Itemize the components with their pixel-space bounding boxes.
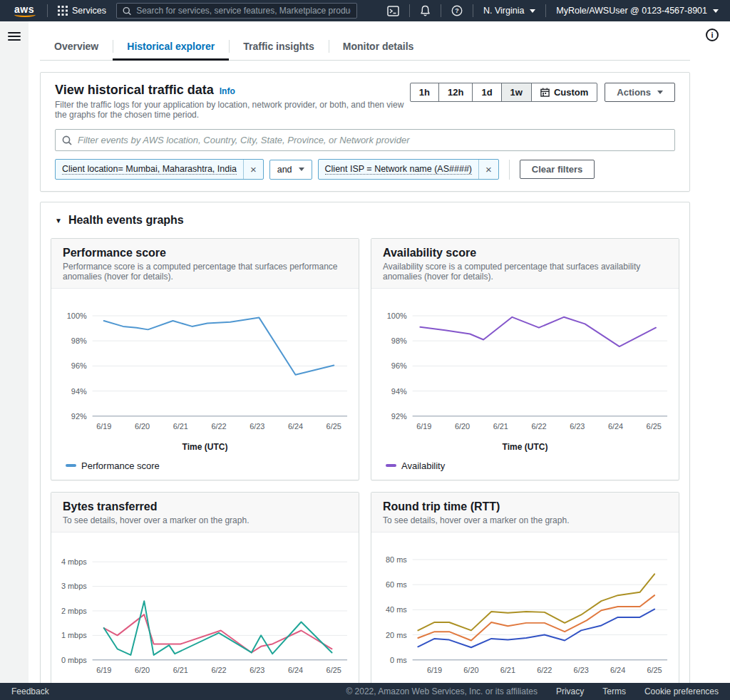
legend-item: Performance score bbox=[66, 460, 160, 471]
token-label[interactable]: Client location= Mumbai, Maharashtra, In… bbox=[56, 160, 243, 179]
range-1h-button[interactable]: 1h bbox=[410, 83, 439, 102]
svg-text:96%: 96% bbox=[71, 361, 87, 370]
svg-text:6/24: 6/24 bbox=[288, 665, 303, 674]
events-filter-input[interactable] bbox=[78, 135, 668, 145]
region-label: N. Virginia bbox=[483, 6, 524, 16]
console-footer: Feedback © 2022, Amazon Web Services, In… bbox=[0, 683, 730, 700]
calendar-icon bbox=[540, 88, 550, 97]
historical-traffic-panel: View historical traffic data Info Filter… bbox=[40, 72, 690, 192]
aws-home-link[interactable]: aws bbox=[9, 4, 40, 18]
tab-traffic-insights[interactable]: Traffic insights bbox=[229, 33, 329, 60]
main-content: i Overview Historical explorer Traffic i… bbox=[29, 21, 730, 683]
svg-text:60 ms: 60 ms bbox=[386, 580, 407, 589]
global-search[interactable] bbox=[116, 3, 357, 19]
range-12h-button[interactable]: 12h bbox=[438, 83, 473, 102]
region-selector[interactable]: N. Virginia bbox=[480, 6, 538, 16]
range-1w-button[interactable]: 1w bbox=[501, 83, 532, 102]
svg-text:6/19: 6/19 bbox=[96, 665, 111, 674]
close-icon[interactable]: × bbox=[479, 160, 498, 179]
svg-text:6/24: 6/24 bbox=[608, 422, 623, 431]
svg-text:6/23: 6/23 bbox=[250, 422, 264, 431]
svg-text:2 mbps: 2 mbps bbox=[61, 606, 87, 614]
svg-text:94%: 94% bbox=[71, 387, 87, 396]
search-icon bbox=[62, 135, 72, 145]
chevron-down-icon bbox=[657, 91, 663, 94]
close-icon[interactable]: × bbox=[244, 160, 263, 179]
account-label: MyRole/AWSUser @ 0123-4567-8901 bbox=[556, 6, 707, 16]
services-menu-button[interactable]: Services bbox=[55, 6, 109, 16]
svg-text:100%: 100% bbox=[387, 312, 407, 320]
chevron-down-icon bbox=[530, 9, 535, 13]
token-label[interactable]: Client ISP = Network name (AS####) bbox=[319, 160, 478, 179]
nav-divider bbox=[545, 4, 546, 17]
chart-title: Bytes transferred bbox=[63, 500, 347, 513]
svg-text:6/24: 6/24 bbox=[610, 665, 625, 674]
svg-text:?: ? bbox=[455, 7, 458, 14]
cloudshell-icon bbox=[387, 6, 399, 16]
cloudshell-button[interactable] bbox=[384, 6, 402, 16]
help-button[interactable]: ? bbox=[448, 5, 466, 16]
health-events-expander[interactable]: ▼ Health events graphs bbox=[51, 211, 679, 230]
aws-top-navigation: aws Services ? bbox=[0, 0, 730, 21]
events-filter[interactable] bbox=[55, 129, 675, 151]
info-panel-icon[interactable]: i bbox=[706, 29, 719, 41]
clear-filters-button[interactable]: Clear filters bbox=[520, 160, 595, 179]
legend-item: Availability bbox=[386, 460, 445, 471]
cookie-preferences-link[interactable]: Cookie preferences bbox=[644, 686, 719, 696]
feedback-link[interactable]: Feedback bbox=[11, 686, 49, 696]
svg-text:6/20: 6/20 bbox=[463, 665, 478, 674]
services-label: Services bbox=[72, 6, 106, 16]
svg-text:6/22: 6/22 bbox=[211, 422, 226, 431]
token-operator-select[interactable]: and bbox=[269, 160, 312, 180]
privacy-link[interactable]: Privacy bbox=[556, 686, 584, 696]
svg-text:6/22: 6/22 bbox=[537, 665, 552, 674]
svg-text:94%: 94% bbox=[391, 387, 407, 396]
terms-link[interactable]: Terms bbox=[602, 686, 626, 696]
health-events-title: Health events graphs bbox=[68, 214, 184, 227]
panel-title: View historical traffic data bbox=[55, 83, 214, 98]
chart-legend: Availability bbox=[377, 460, 673, 471]
svg-text:6/21: 6/21 bbox=[500, 665, 515, 674]
svg-text:6/22: 6/22 bbox=[211, 665, 226, 674]
svg-text:98%: 98% bbox=[391, 336, 407, 345]
svg-text:100%: 100% bbox=[67, 312, 87, 320]
svg-text:6/21: 6/21 bbox=[173, 665, 188, 674]
health-events-panel: ▼ Health events graphs Performance score… bbox=[40, 202, 690, 683]
services-grid-icon bbox=[58, 6, 68, 16]
page-tabs: Overview Historical explorer Traffic ins… bbox=[40, 33, 690, 61]
copyright-text: © 2022, Amazon Web Services, Inc. or its… bbox=[346, 686, 538, 696]
svg-text:6/25: 6/25 bbox=[327, 665, 341, 674]
actions-dropdown-button[interactable]: Actions bbox=[605, 83, 675, 102]
open-menu-button[interactable] bbox=[8, 30, 21, 43]
nav-divider bbox=[47, 4, 48, 17]
tab-overview[interactable]: Overview bbox=[40, 33, 113, 60]
svg-text:40 ms: 40 ms bbox=[386, 605, 407, 614]
svg-text:4 mbps: 4 mbps bbox=[61, 557, 87, 566]
chart-grid: Performance score Performance score is a… bbox=[51, 238, 679, 683]
chart-description: Performance score is a computed percenta… bbox=[63, 262, 347, 282]
range-1d-button[interactable]: 1d bbox=[472, 83, 501, 102]
divider bbox=[509, 160, 510, 180]
tab-monitor-details[interactable]: Monitor details bbox=[329, 33, 428, 60]
filter-token-row: Client location= Mumbai, Maharashtra, In… bbox=[55, 159, 675, 180]
performance-score-chart: 92%94%96%98%100%6/196/206/216/226/236/24… bbox=[57, 297, 353, 439]
chart-description: To see details, hover over a marker on t… bbox=[383, 515, 667, 525]
availability-score-chart: 92%94%96%98%100%6/196/206/216/226/236/24… bbox=[377, 297, 673, 439]
svg-text:98%: 98% bbox=[71, 336, 87, 345]
svg-text:0 mbps: 0 mbps bbox=[61, 655, 87, 664]
account-menu[interactable]: MyRole/AWSUser @ 0123-4567-8901 bbox=[553, 6, 721, 16]
chart-legend: Performance score bbox=[57, 460, 353, 471]
notifications-button[interactable] bbox=[417, 5, 433, 16]
filter-token-isp: Client ISP = Network name (AS####) × bbox=[318, 159, 499, 180]
filter-token-location: Client location= Mumbai, Maharashtra, In… bbox=[55, 159, 264, 180]
global-search-input[interactable] bbox=[136, 6, 351, 16]
info-link[interactable]: Info bbox=[220, 86, 235, 96]
svg-text:92%: 92% bbox=[391, 412, 407, 421]
custom-range-button[interactable]: Custom bbox=[531, 83, 597, 102]
svg-text:92%: 92% bbox=[71, 412, 87, 421]
svg-text:6/22: 6/22 bbox=[531, 422, 546, 431]
time-range-group: 1h 12h 1d 1w bbox=[410, 83, 597, 102]
svg-text:6/25: 6/25 bbox=[647, 422, 662, 431]
svg-text:1 mbps: 1 mbps bbox=[61, 631, 87, 639]
tab-historical-explorer[interactable]: Historical explorer bbox=[113, 33, 229, 60]
